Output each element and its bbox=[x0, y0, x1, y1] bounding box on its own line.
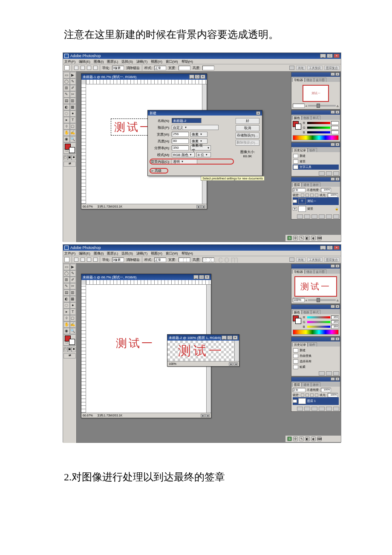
bit-depth-select[interactable]: 8 位 bbox=[196, 152, 211, 157]
screenmode-icon[interactable]: ▢ bbox=[63, 155, 68, 160]
history-tab[interactable]: 历史记录 bbox=[292, 148, 308, 152]
maximize-button[interactable]: □ bbox=[327, 54, 333, 58]
slice-tool-icon[interactable]: ✐ bbox=[70, 85, 76, 91]
scroll-left-icon[interactable]: ▸ bbox=[229, 362, 233, 366]
color-tab[interactable]: 颜色 bbox=[292, 310, 302, 314]
heal-tool-icon[interactable]: ✎ bbox=[63, 283, 70, 289]
zoom-level[interactable]: 66.67% bbox=[83, 414, 93, 417]
layer-row[interactable]: 👁 T 测试一 bbox=[293, 197, 339, 205]
background-color[interactable] bbox=[69, 339, 75, 345]
panel-close-icon[interactable]: × bbox=[335, 110, 340, 114]
panel-collapse-icon[interactable]: - bbox=[331, 305, 335, 308]
brush-tool-icon[interactable]: ✂ bbox=[70, 283, 76, 289]
doc-maximize-button[interactable]: □ bbox=[199, 275, 204, 279]
brushes-tab[interactable]: 画笔 bbox=[296, 257, 306, 262]
tray-icon[interactable]: S bbox=[287, 436, 292, 441]
zoom-out-icon[interactable]: ▵ bbox=[306, 298, 307, 302]
new-doc-icon[interactable] bbox=[326, 171, 332, 176]
panel-close-icon[interactable]: × bbox=[335, 337, 340, 341]
visibility-icon[interactable]: 👁 bbox=[293, 207, 297, 211]
resolution-input[interactable]: 350 bbox=[172, 145, 189, 150]
layer-row[interactable]: 👁 图层 1 bbox=[293, 397, 339, 405]
visibility-icon[interactable]: 👁 bbox=[293, 199, 297, 203]
marquee-mode-icon[interactable] bbox=[74, 257, 78, 262]
tray-icon[interactable]: ⌨ bbox=[317, 236, 322, 240]
trash-icon[interactable] bbox=[333, 407, 339, 411]
opacity-input[interactable]: 100% bbox=[321, 388, 331, 392]
marquee-mode-icon[interactable] bbox=[87, 66, 91, 70]
history-brush-tool-icon[interactable]: ▥ bbox=[70, 289, 76, 296]
screenmode-icon[interactable]: ▣ bbox=[68, 347, 72, 352]
channels-tab[interactable]: 通道 bbox=[302, 382, 311, 387]
trash-icon[interactable] bbox=[333, 371, 339, 376]
menu-filter[interactable]: 滤镜(T) bbox=[136, 59, 147, 64]
close-button[interactable]: × bbox=[334, 246, 340, 250]
save-preset-button[interactable]: 存储预设(S)… bbox=[236, 133, 259, 139]
path-tool-icon[interactable]: ▸ bbox=[63, 117, 70, 123]
move-tool-icon[interactable]: ▶ bbox=[70, 264, 76, 270]
history-item[interactable]: 选择画布 bbox=[293, 359, 339, 364]
layers-tab[interactable]: 图层 bbox=[292, 182, 302, 187]
zoom-input[interactable]: 100% bbox=[293, 298, 305, 302]
adjustment-icon[interactable] bbox=[319, 214, 325, 219]
resolution-unit-select[interactable]: 像素/英寸 bbox=[190, 145, 211, 150]
jump-to-icon[interactable]: ⇄ bbox=[63, 353, 76, 358]
jump-to-icon[interactable]: ⇄ bbox=[63, 162, 76, 167]
dodge-tool-icon[interactable]: ● bbox=[70, 302, 76, 309]
trash-icon[interactable] bbox=[333, 171, 339, 176]
menu-window[interactable]: 窗口(W) bbox=[166, 59, 178, 64]
lasso-tool-icon[interactable]: ◯ bbox=[63, 270, 70, 277]
panel-collapse-icon[interactable]: - bbox=[331, 177, 335, 181]
doc-close-button[interactable]: × bbox=[233, 335, 238, 340]
height-input[interactable] bbox=[202, 66, 214, 70]
b-value[interactable] bbox=[331, 130, 339, 134]
doc-close-button[interactable]: × bbox=[205, 275, 210, 279]
zoom-tool-icon[interactable]: 🔍 bbox=[70, 136, 76, 142]
canvas-transparent[interactable]: 测试一 bbox=[167, 341, 234, 361]
notes-tool-icon[interactable]: ✋ bbox=[63, 130, 70, 136]
channels-tab[interactable]: 通道 bbox=[302, 182, 311, 187]
zoom-slider[interactable] bbox=[308, 105, 336, 107]
dodge-tool-icon[interactable]: ● bbox=[70, 110, 76, 117]
zoom-tool-icon[interactable]: 🔍 bbox=[70, 328, 76, 334]
move-tool-icon[interactable]: ▶ bbox=[70, 72, 76, 78]
g-slider[interactable] bbox=[307, 321, 330, 323]
lasso-tool-icon[interactable]: ◯ bbox=[63, 78, 70, 85]
slice-tool-icon[interactable]: ✐ bbox=[70, 277, 76, 283]
wand-tool-icon[interactable]: ✎ bbox=[70, 78, 76, 85]
menu-select[interactable]: 选择(S) bbox=[121, 251, 133, 256]
wand-tool-icon[interactable]: ✎ bbox=[70, 270, 76, 277]
crop-tool-icon[interactable]: ⊞ bbox=[63, 85, 70, 91]
navigator-thumbnail[interactable]: 测试一 bbox=[294, 276, 337, 297]
styles-tab[interactable]: 样式 bbox=[311, 116, 320, 120]
blur-tool-icon[interactable]: ◌ bbox=[63, 302, 70, 309]
type-tool-icon[interactable]: T bbox=[70, 117, 76, 123]
doc-maximize-button[interactable]: □ bbox=[227, 335, 232, 340]
notes-tool-icon[interactable]: ✋ bbox=[63, 321, 70, 328]
swatches-tab[interactable]: 色板 bbox=[302, 310, 311, 314]
history-item[interactable]: 贴紧 bbox=[293, 364, 339, 370]
trash-icon[interactable] bbox=[333, 214, 339, 219]
menu-layer[interactable]: 图层(L) bbox=[107, 59, 118, 64]
new-set-icon[interactable] bbox=[311, 407, 317, 411]
layer-name[interactable]: 图层 1 bbox=[307, 399, 316, 403]
stamp-tool-icon[interactable]: ▤ bbox=[63, 289, 70, 296]
new-set-icon[interactable] bbox=[311, 214, 317, 219]
b-slider[interactable] bbox=[307, 326, 330, 328]
tray-icon[interactable]: ◧ bbox=[305, 436, 310, 441]
blend-mode-select[interactable]: 正常 bbox=[293, 188, 306, 192]
panel-close-icon[interactable]: × bbox=[335, 377, 340, 381]
navigator-tab[interactable]: 导航器 bbox=[292, 269, 305, 274]
lock-icon[interactable] bbox=[306, 194, 309, 197]
pen-tool-icon[interactable]: ◊ bbox=[63, 123, 70, 130]
history-item[interactable]: 新建 bbox=[293, 348, 339, 353]
width-input[interactable] bbox=[179, 66, 190, 70]
lock-icon[interactable] bbox=[315, 393, 318, 397]
cancel-button[interactable]: 取消 bbox=[236, 125, 259, 131]
zoom-level[interactable]: 100% bbox=[169, 362, 176, 365]
zoom-input[interactable] bbox=[293, 104, 305, 108]
gradient-tool-icon[interactable]: ▦ bbox=[70, 104, 76, 110]
histogram-tab[interactable]: 直方图 bbox=[314, 269, 326, 274]
hand-tool-icon[interactable]: ◉ bbox=[63, 328, 70, 334]
history-item[interactable]: T文字工具 bbox=[293, 165, 339, 170]
